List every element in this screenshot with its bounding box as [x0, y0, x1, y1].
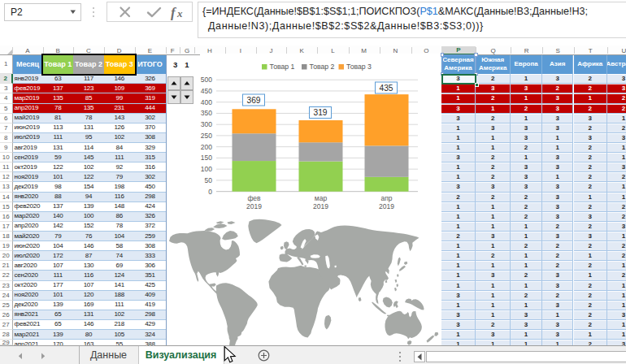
svg-text:400: 400 [201, 98, 212, 106]
svg-text:319: 319 [314, 108, 328, 117]
svg-text:300: 300 [201, 120, 212, 128]
svg-text:фев: фев [247, 194, 261, 202]
svg-text:x: x [176, 7, 183, 20]
svg-text:f: f [171, 5, 177, 20]
svg-text:150: 150 [201, 154, 212, 162]
svg-text:250: 250 [201, 132, 212, 140]
svg-text:50: 50 [205, 176, 213, 184]
svg-text:Товар 2: Товар 2 [310, 63, 335, 71]
svg-text:200: 200 [201, 143, 212, 151]
svg-text:мар: мар [315, 194, 328, 202]
svg-text:369: 369 [247, 96, 261, 105]
svg-text:350: 350 [201, 109, 212, 117]
svg-text:435: 435 [380, 84, 393, 93]
svg-text:2019: 2019 [313, 202, 328, 210]
svg-text:450: 450 [201, 87, 212, 95]
svg-text:апр: апр [380, 194, 392, 202]
svg-text:Товар 3: Товар 3 [346, 63, 372, 71]
svg-text:500: 500 [201, 76, 212, 84]
svg-text:100: 100 [201, 165, 212, 173]
svg-text:2019: 2019 [246, 202, 262, 210]
svg-text:2019: 2019 [379, 202, 394, 210]
svg-text:0: 0 [208, 188, 212, 196]
svg-text:Товар 1: Товар 1 [270, 63, 295, 71]
